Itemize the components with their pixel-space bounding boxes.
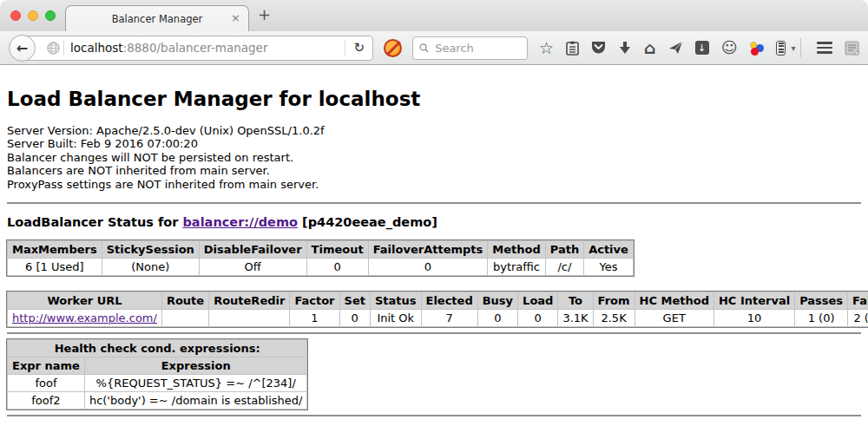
divider (7, 415, 861, 416)
table-row: foof %{REQUEST_STATUS} =~ /^[234]/ (8, 375, 307, 392)
url-host: localhost (70, 41, 123, 55)
from-cell: 2.5K (593, 310, 635, 327)
table-row: 6 [1 Used] (None) Off 0 0 bytraffic /c/ … (8, 259, 634, 276)
column-header: Load (518, 292, 558, 310)
hc-interval-cell: 10 (713, 310, 794, 327)
column-header: Expr name (8, 357, 85, 375)
table-title-row: Health check cond. expressions: (8, 340, 307, 357)
tab-title: Balancer Manager (112, 13, 203, 25)
balancer-params-table: MaxMembers StickySession DisableFailover… (7, 240, 634, 276)
container-extension-icon[interactable] (776, 41, 786, 56)
toolbar-divider (800, 38, 801, 57)
expr-name-cell: foof (8, 375, 85, 392)
search-icon (419, 43, 429, 54)
divider (7, 202, 861, 204)
home-icon[interactable]: ⌂ (644, 40, 656, 56)
smiley-extension-icon[interactable]: ☺ (721, 40, 738, 56)
route-redir-cell (209, 310, 290, 327)
column-header: HC Interval (713, 292, 794, 310)
column-header: Active (584, 241, 634, 259)
column-header: Expression (84, 357, 307, 375)
table-row: foof2 hc('body') =~ /domain is establish… (8, 392, 307, 410)
script-blocker-icon[interactable] (384, 39, 402, 57)
busy-cell: 0 (477, 310, 517, 327)
worker-url-cell: http://www.example.com/ (8, 310, 162, 327)
close-window-button[interactable] (10, 10, 21, 21)
search-box[interactable] (412, 36, 528, 60)
timeout-cell: 0 (306, 259, 368, 276)
column-header: FailoverAttempts (368, 241, 488, 259)
balancer-demo-link[interactable]: balancer://demo (182, 215, 298, 229)
disable-failover-cell: Off (199, 259, 306, 276)
colored-dots-extension-icon[interactable] (749, 41, 764, 56)
set-cell: 0 (339, 310, 370, 327)
column-header: Fails (848, 292, 868, 310)
status-prefix: LoadBalancer Status for (7, 215, 182, 229)
health-check-table: Health check cond. expressions: Expr nam… (7, 339, 307, 410)
clipboard-icon[interactable] (566, 41, 579, 56)
health-table-title: Health check cond. expressions: (8, 340, 307, 357)
tab-close-icon[interactable]: × (231, 12, 240, 23)
to-cell: 3.1K (558, 310, 593, 327)
column-header: StickySession (102, 241, 199, 259)
page-content: Load Balancer Manager for localhost Serv… (0, 88, 868, 416)
column-header: Passes (795, 292, 848, 310)
passes-cell: 1 (0) (795, 310, 848, 327)
table-header-row: Expr name Expression (8, 357, 307, 375)
minimize-window-button[interactable] (28, 10, 38, 21)
downloads-icon[interactable] (618, 41, 632, 56)
persist-note-line: Balancer changes will NOT be persisted o… (7, 151, 861, 164)
active-cell: Yes (584, 259, 634, 276)
expression-cell: %{REQUEST_STATUS} =~ /^[234]/ (84, 375, 307, 392)
url-text[interactable]: localhost:8880/balancer-manager (70, 41, 267, 55)
video-download-icon[interactable]: ↓ (695, 41, 709, 55)
column-header: Status (370, 292, 421, 310)
url-path: :8880/balancer-manager (123, 41, 268, 55)
factor-cell: 1 (290, 310, 339, 327)
column-header: Factor (290, 292, 339, 310)
status-suffix: [p4420eeae_demo] (298, 215, 437, 229)
fails-cell: 2 (0) (848, 310, 868, 327)
bookmark-star-icon[interactable]: ☆ (539, 40, 554, 56)
new-tab-button[interactable]: + (258, 5, 271, 23)
url-bar[interactable]: localhost:8880/balancer-manager ↻ (21, 36, 373, 61)
proxypass-note-line: ProxyPass settings are NOT inherited fro… (7, 178, 861, 191)
search-input[interactable] (433, 41, 521, 56)
expr-name-cell: foof2 (8, 392, 85, 410)
worker-url-link[interactable]: http://www.example.com/ (12, 311, 157, 324)
pocket-icon[interactable] (591, 41, 606, 55)
table-header-row: Worker URL Route RouteRedir Factor Set S… (8, 292, 868, 310)
notes-extension-icon[interactable] (845, 41, 859, 56)
column-header: Method (488, 241, 545, 259)
column-header: Set (339, 292, 370, 310)
max-members-cell: 6 [1 Used] (8, 259, 102, 276)
sticky-session-cell: (None) (102, 259, 199, 276)
zoom-window-button[interactable] (45, 10, 56, 21)
column-header: Timeout (306, 241, 368, 259)
workers-table: Worker URL Route RouteRedir Factor Set S… (7, 292, 868, 327)
column-header: To (558, 292, 593, 310)
elected-cell: 7 (421, 310, 477, 327)
expression-cell: hc('body') =~ /domain is established/ (84, 392, 307, 410)
reload-button[interactable]: ↻ (345, 40, 372, 56)
globe-icon (47, 42, 60, 55)
path-cell: /c/ (545, 259, 583, 276)
back-icon: ← (16, 40, 28, 56)
load-cell: 0 (518, 310, 558, 327)
inherit-note-line: Balancers are NOT inherited from main se… (7, 164, 861, 177)
menu-icon[interactable] (817, 42, 832, 54)
back-button[interactable]: ← (9, 35, 36, 62)
page-title: Load Balancer Manager for localhost (7, 88, 861, 110)
column-header: From (593, 292, 635, 310)
column-header: RouteRedir (209, 292, 290, 310)
toolbar-icons: ☆ ⌂ ↓ ☺ (539, 40, 795, 56)
toolbar-right (797, 38, 859, 57)
column-header: MaxMembers (8, 241, 102, 259)
chevron-down-icon[interactable]: ▾ (791, 43, 795, 53)
column-header: Elected (421, 292, 477, 310)
send-plane-icon[interactable] (668, 41, 683, 55)
column-header: Path (545, 241, 583, 259)
column-header: Route (161, 292, 208, 310)
column-header: Busy (477, 292, 517, 310)
tab-balancer-manager[interactable]: Balancer Manager × (65, 5, 249, 31)
